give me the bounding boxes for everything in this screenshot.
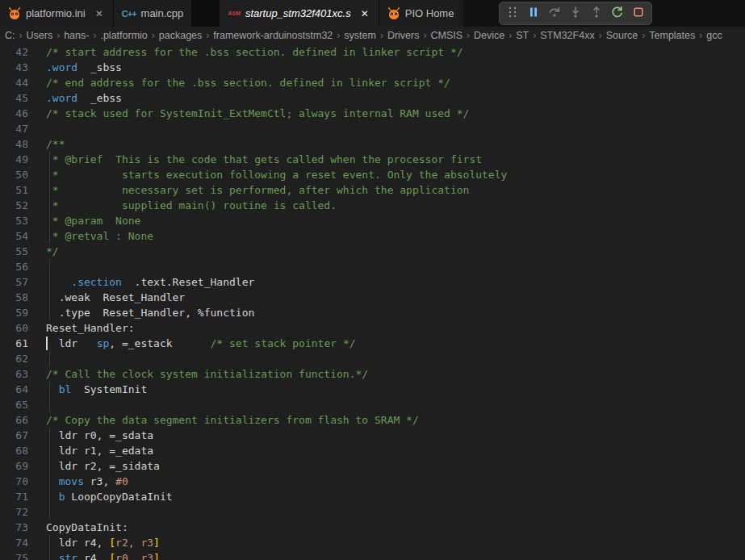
line-content[interactable]: * @retval : None [28, 228, 745, 244]
line-content[interactable]: /* end address for the .bss section. def… [28, 75, 745, 90]
breadcrumb-item[interactable]: packages [159, 30, 203, 41]
line-number[interactable]: 74 [0, 535, 28, 550]
breadcrumb-item[interactable]: hans- [64, 30, 89, 41]
breadcrumb-item[interactable]: system [344, 30, 376, 41]
line-content[interactable] [28, 259, 745, 274]
stop-button[interactable] [629, 4, 648, 23]
line-number[interactable]: 72 [0, 504, 28, 520]
line-number[interactable]: 66 [0, 412, 28, 428]
line-content[interactable]: .word _sbss [28, 60, 745, 75]
line-number[interactable]: 56 [0, 259, 28, 274]
tab-main-cpp[interactable]: C++main.cpp [114, 0, 193, 27]
line-content[interactable]: CopyDataInit: [28, 520, 745, 535]
line-number[interactable]: 53 [0, 213, 28, 228]
tab-pio-home[interactable]: PIO Home [379, 0, 463, 27]
line-content[interactable] [28, 121, 745, 136]
line-content[interactable] [28, 397, 745, 412]
line-content[interactable]: * starts execution following a reset eve… [28, 167, 745, 182]
breadcrumb-item[interactable]: Source [606, 30, 638, 41]
line-content[interactable]: * @brief This is the code that gets call… [28, 152, 745, 167]
line-content[interactable]: /* start address for the .bss section. d… [28, 44, 745, 60]
line-number[interactable]: 45 [0, 90, 28, 106]
line-number[interactable]: 43 [0, 60, 28, 75]
line-content[interactable]: Reset_Handler: [28, 320, 745, 336]
line-number[interactable]: 65 [0, 397, 28, 412]
line-content[interactable]: /* stack used for SystemInit_ExtMemCtl; … [28, 106, 745, 121]
line-content[interactable]: .type Reset_Handler, %function [28, 305, 745, 320]
line-content[interactable]: ldr r0, =_sdata [28, 428, 745, 443]
breadcrumb-item[interactable]: ST [516, 30, 529, 41]
toolbar-drag-handle[interactable] [503, 4, 522, 23]
line-number[interactable]: 69 [0, 458, 28, 474]
breadcrumb-item[interactable]: .platformio [100, 30, 147, 41]
line-content[interactable]: * necessary set is performed, after whic… [28, 182, 745, 198]
line-content[interactable]: .weak Reset_Handler [28, 290, 745, 305]
indent-guide [49, 382, 50, 397]
indent-guide [49, 504, 50, 520]
line-content[interactable]: bl SystemInit [28, 382, 745, 397]
line-number[interactable]: 44 [0, 75, 28, 90]
close-icon[interactable]: ✕ [359, 8, 370, 19]
line-number[interactable]: 49 [0, 152, 28, 167]
line-number[interactable]: 57 [0, 274, 28, 290]
breadcrumb-item[interactable]: Templates [649, 30, 695, 41]
line-number[interactable]: 62 [0, 351, 28, 366]
line-content[interactable]: ldr sp, =_estack /* set stack pointer */ [28, 336, 745, 351]
pause-button[interactable] [524, 4, 543, 23]
line-content[interactable]: /* Copy the data segment initializers fr… [28, 412, 745, 428]
breadcrumb-item[interactable]: STM32F4xx [540, 30, 594, 41]
line-content[interactable]: */ [28, 244, 745, 259]
breadcrumb-item[interactable]: Device [474, 30, 504, 41]
line-number[interactable]: 50 [0, 167, 28, 182]
breadcrumb-item[interactable]: Drivers [387, 30, 420, 41]
line-content[interactable]: ldr r1, =_edata [28, 443, 745, 458]
line-content[interactable] [28, 351, 745, 366]
line-content[interactable]: /* Call the clock system initialization … [28, 366, 745, 382]
tab-startup-stm32f401xc-s[interactable]: ASMstartup_stm32f401xc.s✕ [220, 0, 379, 27]
breadcrumb-item[interactable]: framework-arduinoststm32 [213, 30, 333, 41]
line-number[interactable]: 68 [0, 443, 28, 458]
line-number[interactable]: 75 [0, 550, 28, 560]
line-number[interactable]: 73 [0, 520, 28, 535]
line-number[interactable]: 67 [0, 428, 28, 443]
line-number[interactable]: 70 [0, 474, 28, 489]
close-icon[interactable]: ✕ [94, 8, 105, 19]
asm-file-icon: ASM [228, 10, 241, 16]
code-editor[interactable]: 42/* start address for the .bss section.… [0, 44, 745, 560]
line-number[interactable]: 59 [0, 305, 28, 320]
line-number[interactable]: 46 [0, 106, 28, 121]
line-content[interactable]: ldr r2, =_sidata [28, 458, 745, 474]
line-number[interactable]: 55 [0, 244, 28, 259]
line-content[interactable]: movs r3, #0 [28, 474, 745, 489]
line-number[interactable]: 54 [0, 228, 28, 244]
line-number[interactable]: 63 [0, 366, 28, 382]
line-number[interactable]: 64 [0, 382, 28, 397]
code-line: 54 * @retval : None [0, 228, 745, 244]
line-number[interactable]: 48 [0, 136, 28, 152]
line-content[interactable]: ldr r4, [r2, r3] [28, 535, 745, 550]
indent-guide [49, 152, 50, 167]
line-content[interactable]: /** [28, 136, 745, 152]
line-content[interactable]: b LoopCopyDataInit [28, 489, 745, 504]
breadcrumb-item[interactable]: C: [5, 30, 15, 41]
line-content[interactable]: * supplied main() routine is called. [28, 198, 745, 213]
line-content[interactable]: .section .text.Reset_Handler [28, 274, 745, 290]
breadcrumb-item[interactable]: Users [27, 30, 53, 41]
code-token: ldr [46, 337, 97, 349]
line-number[interactable]: 71 [0, 489, 28, 504]
line-number[interactable]: 60 [0, 320, 28, 336]
line-number[interactable]: 52 [0, 198, 28, 213]
line-number[interactable]: 58 [0, 290, 28, 305]
tab-platformio-ini[interactable]: platformio.ini✕ [0, 0, 114, 27]
restart-button[interactable] [608, 4, 627, 23]
line-content[interactable] [28, 504, 745, 520]
line-content[interactable]: .word _ebss [28, 90, 745, 106]
line-number[interactable]: 42 [0, 44, 28, 60]
line-content[interactable]: str r4, [r0, r3] [28, 550, 745, 560]
line-number[interactable]: 61 [0, 336, 28, 351]
breadcrumb-item[interactable]: gcc [706, 30, 722, 41]
line-content[interactable]: * @param None [28, 213, 745, 228]
line-number[interactable]: 51 [0, 182, 28, 198]
line-number[interactable]: 47 [0, 121, 28, 136]
breadcrumb-item[interactable]: CMSIS [430, 30, 462, 41]
